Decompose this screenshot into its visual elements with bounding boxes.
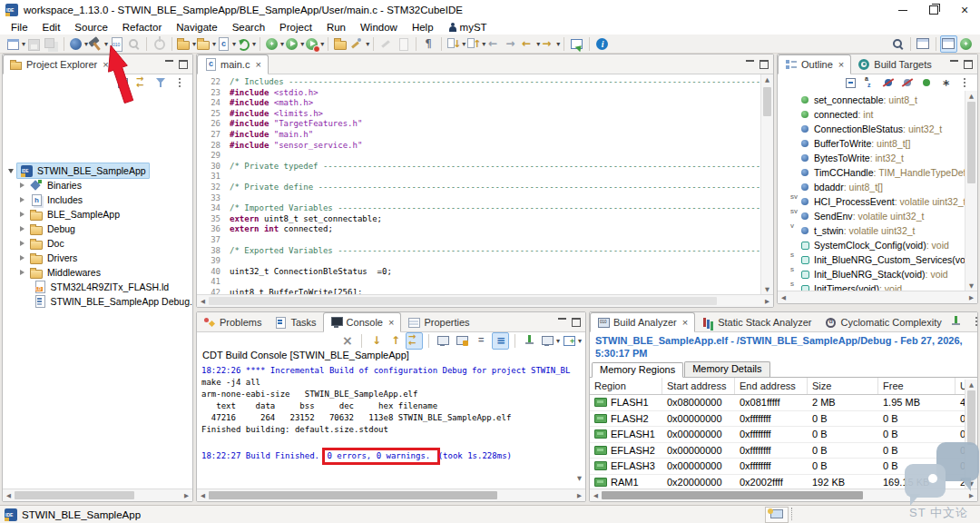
minimize-icon[interactable]	[950, 60, 958, 68]
filter-button[interactable]	[152, 74, 170, 92]
maximize-icon[interactable]	[572, 318, 581, 327]
outline-item-systemclock-config-void[interactable]: SystemClock_Config(void) : void	[778, 238, 965, 252]
expander-icon[interactable]	[20, 226, 24, 232]
tab-build-analyzer[interactable]: Build Analyzer×	[590, 312, 695, 332]
sort-button[interactable]	[861, 74, 878, 92]
tree-item-drivers[interactable]: Drivers	[3, 251, 192, 265]
open-perspective-button[interactable]	[915, 35, 932, 53]
tree-item-stwin-ble-sampleapp-debug-launc[interactable]: STWIN_BLE_SampleApp Debug.launc	[3, 294, 192, 309]
scroll-right-icon[interactable]: ▶	[965, 492, 977, 499]
maximize-icon[interactable]	[964, 60, 973, 69]
console-vertical-scrollbar[interactable]: ▼	[573, 367, 585, 489]
menu-file[interactable]: File	[4, 22, 35, 33]
scroll-thumb[interactable]	[602, 491, 863, 499]
dropdown-caret-icon[interactable]: ▾	[556, 40, 560, 48]
debug-button[interactable]: ▾	[264, 35, 284, 53]
link-with-editor-button[interactable]	[133, 74, 151, 92]
outline-item-buffertowrite[interactable]: BufferToWrite : uint8_t[]	[778, 136, 965, 151]
dropdown-caret-icon[interactable]: ▾	[556, 337, 560, 345]
scroll-left-icon[interactable]: ◀	[197, 298, 209, 305]
table-row-eflash2[interactable]: EFLASH20x000000000xffffffff0 B0 B0	[590, 443, 965, 459]
scroll-right-icon[interactable]: ▶	[573, 492, 585, 499]
close-icon[interactable]: ×	[255, 59, 260, 70]
project-tree[interactable]: STWIN_BLE_SampleAppBinariesIncludesBLE_S…	[3, 91, 192, 309]
scroll-thumb[interactable]	[763, 87, 771, 116]
scroll-down-icon[interactable]: ▼	[761, 286, 773, 293]
menu-myst[interactable]: myST	[441, 22, 495, 33]
outline-item-t-stwin[interactable]: Vt_stwin : volatile uint32_t	[778, 223, 965, 238]
tree-item-stm32l4r9zitx-flash-ld[interactable]: STM32L4R9ZITx_FLASH.ld	[3, 280, 192, 294]
table-row-flash2[interactable]: FLASH20x000000000xffffffff0 B0 B0	[590, 411, 965, 428]
column-header-start-address[interactable]: Start address	[662, 378, 735, 394]
scroll-to-bottom-button[interactable]	[368, 332, 385, 350]
cpp-perspective-button[interactable]	[940, 35, 957, 53]
tab-project-explorer[interactable]: Project Explorer ×	[3, 54, 116, 74]
tab-problems[interactable]: Problems	[197, 312, 268, 331]
view-menu-icon[interactable]	[969, 314, 978, 330]
menu-run[interactable]: Run	[319, 22, 353, 33]
scroll-thumb[interactable]	[209, 491, 497, 499]
tree-item-middlewares[interactable]: Middlewares	[3, 265, 192, 280]
expander-icon[interactable]	[20, 183, 24, 188]
expander-icon[interactable]	[20, 197, 24, 202]
dropdown-caret-icon[interactable]: ▾	[252, 40, 256, 48]
maximize-icon[interactable]	[179, 60, 188, 69]
outline-horizontal-scrollbar[interactable]: ◀ ▶	[778, 291, 977, 303]
scroll-lock-button[interactable]	[473, 332, 490, 350]
dropdown-caret-icon[interactable]: ▾	[320, 40, 324, 48]
pencil-button[interactable]	[377, 35, 395, 53]
menu-refactor[interactable]: Refactor	[115, 22, 169, 33]
software-update-button[interactable]: ▾	[68, 35, 88, 53]
close-icon[interactable]: ×	[838, 59, 844, 70]
show-whitespace-button[interactable]	[420, 35, 437, 53]
menu-project[interactable]: Project	[272, 22, 319, 33]
scroll-down-icon[interactable]: ▼	[965, 282, 977, 290]
launch-button[interactable]	[151, 35, 168, 53]
clear-console-button[interactable]	[338, 332, 356, 350]
editor-vertical-scrollbar[interactable]: ▲ ▼	[760, 74, 773, 295]
back-history-button[interactable]: ▾	[520, 35, 540, 53]
outline-item-connected[interactable]: connected : int	[778, 107, 965, 122]
tab-static-stack-analyzer[interactable]: Static Stack Analyzer	[695, 312, 818, 331]
outline-item-bytestowrite[interactable]: BytesToWrite : int32_t	[778, 151, 965, 165]
menu-source[interactable]: Source	[67, 22, 114, 33]
scroll-left-icon[interactable]: ◀	[778, 294, 789, 301]
hide-fields-button[interactable]	[880, 74, 897, 92]
outline-item-connectionblestatus[interactable]: ConnectionBleStatus : uint32_t	[778, 122, 965, 136]
tree-item-stwin-ble-sampleapp[interactable]: STWIN_BLE_SampleApp	[3, 163, 192, 178]
pin-icon[interactable]	[948, 314, 964, 330]
close-button[interactable]: ×	[949, 0, 980, 20]
tab-build-targets[interactable]: Build Targets	[851, 54, 937, 74]
close-icon[interactable]: ×	[103, 59, 108, 70]
display-selected-console-button[interactable]: ▾	[540, 332, 560, 350]
minimize-icon[interactable]	[165, 60, 173, 68]
menu-edit[interactable]: Edit	[35, 22, 68, 33]
open-binary-button[interactable]	[108, 35, 125, 53]
open-new-window-button[interactable]	[568, 35, 585, 53]
search-button[interactable]	[889, 35, 906, 53]
tab-main-c[interactable]: main.c ×	[197, 54, 269, 74]
tab-console[interactable]: Console×	[323, 312, 402, 332]
show-console-on-output-button[interactable]	[406, 332, 423, 350]
scroll-left-icon[interactable]: ◀	[3, 492, 15, 499]
scroll-right-icon[interactable]: ▶	[965, 294, 977, 301]
scroll-to-top-button[interactable]	[387, 332, 404, 350]
horizontal-scrollbar[interactable]: ◀ ▶	[3, 488, 192, 501]
view-menu-button[interactable]	[956, 74, 974, 92]
save-button[interactable]	[25, 35, 43, 53]
table-row-flash1[interactable]: FLASH10x080000000x081fffff2 MB1.95 MB4	[590, 395, 965, 411]
new-button[interactable]: ▾	[5, 35, 25, 53]
scroll-thumb[interactable]	[967, 102, 975, 183]
scroll-up-icon[interactable]: ▲	[965, 381, 977, 389]
tab-outline[interactable]: Outline×	[778, 54, 851, 74]
console-horizontal-scrollbar[interactable]: ◀ ▶	[197, 488, 585, 501]
tree-item-debug[interactable]: Debug	[3, 222, 192, 236]
maximize-icon[interactable]	[760, 60, 769, 69]
minimize-icon[interactable]	[558, 318, 566, 326]
hide-static-members-button[interactable]	[899, 74, 916, 92]
close-icon[interactable]: ×	[682, 317, 688, 328]
scroll-left-icon[interactable]: ◀	[197, 492, 209, 499]
console-stdout-button[interactable]	[435, 332, 452, 350]
scroll-right-icon[interactable]: ▶	[761, 298, 773, 305]
close-icon[interactable]: ×	[388, 317, 394, 328]
